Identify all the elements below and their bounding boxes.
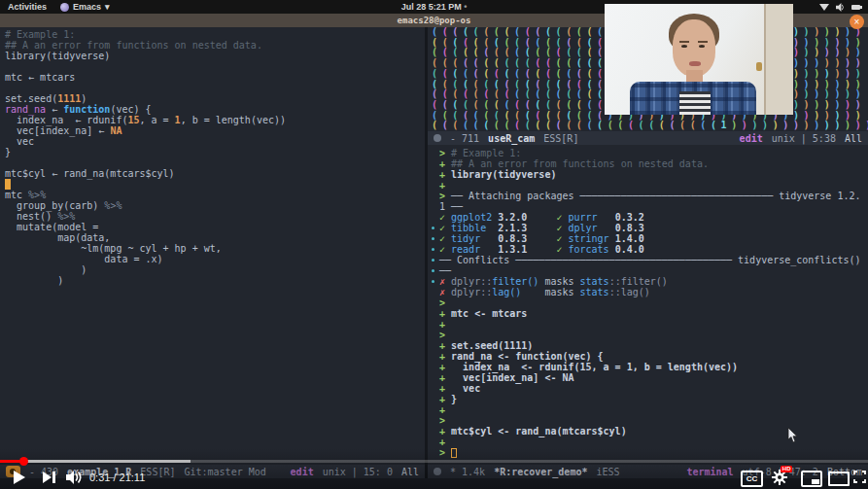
code-line: > xyxy=(439,297,868,308)
code-line: > xyxy=(439,330,868,340)
miniplayer-icon[interactable] xyxy=(801,471,822,487)
person-eyebrow xyxy=(679,41,689,43)
text-segment: ::lag() xyxy=(609,287,650,297)
code-line: # Example 1: xyxy=(5,29,425,40)
text-segment: ## A an error from functions on nested d… xyxy=(5,40,262,51)
text-segment: + xyxy=(439,340,451,351)
text-segment: (vec) { xyxy=(110,104,151,115)
text-segment: masks xyxy=(521,287,579,297)
person-eyebrow xyxy=(698,41,708,43)
notification-dot: • xyxy=(464,2,467,12)
quality-badge: HD xyxy=(781,466,792,472)
console-buffer[interactable]: > # Example 1:+ ## A an error from funct… xyxy=(428,145,868,465)
clock-label: Jul 28 5:21 PM xyxy=(401,2,462,12)
text-segment: # Example 1: xyxy=(5,29,75,40)
text-segment: ~lm(mpg ~ cyl + hp + wt, xyxy=(5,243,222,254)
captions-icon[interactable]: CC xyxy=(741,471,763,487)
wifi-icon[interactable] xyxy=(819,4,829,11)
code-line: + } xyxy=(439,394,868,404)
code-line xyxy=(5,83,425,93)
close-icon[interactable]: × xyxy=(850,15,864,29)
person-striped-undershirt xyxy=(679,91,711,115)
source-buffer[interactable]: # Example 1:## A an error from functions… xyxy=(0,27,425,465)
text-segment: + xyxy=(439,394,451,404)
text-segment: NA xyxy=(110,125,122,136)
modeline-major-mode: ESS[R] xyxy=(543,133,578,144)
modeline-buffer-name: useR_cam xyxy=(488,133,535,144)
paren-art-row: ((((((((((((((((((((((((((((1)))))))))))… xyxy=(432,121,868,131)
text-segment: vec[index_na] ← xyxy=(5,125,110,136)
code-line: ~lm(mpg ~ cyl + hp + wt, xyxy=(5,243,425,254)
webcam-overlay xyxy=(605,4,793,115)
code-line xyxy=(5,179,425,190)
text-segment: rand_na <- function(vec) { xyxy=(451,351,604,362)
text-segment: readr xyxy=(451,244,480,255)
modeline-coords: unix | 5:38 xyxy=(772,133,836,144)
video-frame[interactable]: Activities Emacs ▾ Jul 28 5:21 PM • emac… xyxy=(0,0,868,489)
text-segment: dplyr:: xyxy=(451,276,492,287)
text-segment: > xyxy=(439,191,451,201)
text-segment: ✓ xyxy=(439,244,451,255)
seek-bar[interactable] xyxy=(0,460,868,463)
volume-icon[interactable] xyxy=(66,471,83,484)
text-segment: vec xyxy=(5,136,34,147)
fullscreen-icon[interactable] xyxy=(853,471,866,483)
buffer-state-icon xyxy=(434,134,441,142)
text-segment: , b = length(vec)) xyxy=(181,115,286,125)
text-segment: ── xyxy=(439,265,451,276)
text-segment: mtc xyxy=(5,190,28,200)
text-segment: mtc <- mtcars xyxy=(451,308,527,319)
modeline-state: edit xyxy=(740,133,763,144)
text-segment: mtc$cyl ← rand_na(mtcars$cyl) xyxy=(5,168,175,179)
text-segment: 0.8.3 xyxy=(480,233,527,244)
code-line: ✓ readr 1.3.1 ✓ forcats 0.4.0 xyxy=(439,244,868,255)
text-segment: ───────────────────────────────── xyxy=(580,191,774,201)
text-segment: tidyr xyxy=(451,233,480,244)
system-tray[interactable] xyxy=(819,0,860,14)
next-video-icon[interactable] xyxy=(43,472,56,483)
text-segment: 1 ── xyxy=(439,201,463,212)
text-segment: stringr xyxy=(568,233,608,244)
text-segment: > xyxy=(439,415,445,426)
text-segment: ) xyxy=(81,93,87,104)
text-segment: stats xyxy=(580,287,609,297)
text-segment: ✗ xyxy=(439,276,451,287)
text-segment: 1.4.0 xyxy=(609,233,644,244)
text-segment: 3.2.0 xyxy=(492,212,527,223)
text-segment: library(tidyverse) xyxy=(451,169,556,180)
fringe-indicator-icon xyxy=(432,237,434,240)
settings-gear-icon[interactable]: HD xyxy=(772,470,787,485)
fringe-indicator-icon xyxy=(432,227,434,229)
text-segment xyxy=(527,244,556,255)
battery-icon[interactable] xyxy=(851,5,860,10)
theater-mode-icon[interactable] xyxy=(828,472,850,486)
code-line: set.seed(1111) xyxy=(5,93,425,104)
code-line: ✓ tidyr 0.8.3 ✓ stringr 1.4.0 xyxy=(439,233,868,244)
text-segment: + xyxy=(439,180,445,191)
text-segment: mutate(model = xyxy=(5,222,98,232)
text-segment: 1111 xyxy=(57,93,81,104)
text-segment: > xyxy=(439,148,451,158)
text-segment: + xyxy=(439,319,445,330)
code-line: + xyxy=(439,319,868,330)
text-segment: group_by(carb) xyxy=(5,200,104,211)
text-segment: ✓ xyxy=(556,223,568,233)
text-segment: ::filter() xyxy=(609,276,668,287)
text-segment xyxy=(5,179,11,190)
text-segment: + xyxy=(439,437,445,447)
text-segment: ✓ xyxy=(556,233,568,244)
text-segment: index_na ← rdunif( xyxy=(5,115,127,125)
play-icon[interactable] xyxy=(14,471,25,484)
code-line: ── Conflicts ───────────────────────────… xyxy=(439,255,868,265)
text-segment: rand_na xyxy=(5,104,46,115)
text-segment: 0.3.2 xyxy=(598,212,644,223)
code-line: + xyxy=(439,437,868,447)
time-display: 0:31 / 21:11 xyxy=(89,472,145,483)
text-segment: + xyxy=(439,158,451,169)
code-line: ── xyxy=(439,265,868,276)
code-line: ) xyxy=(5,264,425,275)
volume-icon[interactable] xyxy=(836,3,845,12)
code-line: + xyxy=(439,180,868,191)
code-line: vec xyxy=(5,136,425,147)
text-segment xyxy=(527,212,556,223)
